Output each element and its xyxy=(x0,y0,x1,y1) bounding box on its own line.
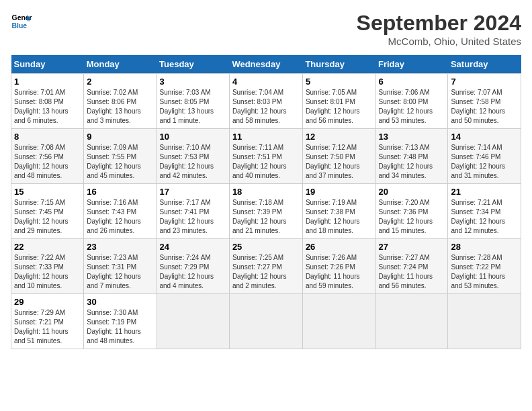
location: McComb, Ohio, United States xyxy=(357,36,521,47)
day-number: 7 xyxy=(451,77,518,87)
calendar-cell: 16Sunrise: 7:16 AM Sunset: 7:43 PM Dayli… xyxy=(84,184,157,239)
page-header: General Blue September 2024 McComb, Ohio… xyxy=(11,11,521,47)
calendar-cell xyxy=(302,294,375,349)
day-number: 29 xyxy=(14,297,81,307)
day-number: 14 xyxy=(451,132,518,142)
weekday-header-thursday: Thursday xyxy=(302,55,375,74)
day-info: Sunrise: 7:24 AM Sunset: 7:29 PM Dayligh… xyxy=(160,253,226,291)
day-info: Sunrise: 7:27 AM Sunset: 7:24 PM Dayligh… xyxy=(378,253,445,291)
month-title: September 2024 xyxy=(357,11,521,36)
day-number: 26 xyxy=(306,242,373,252)
day-info: Sunrise: 7:10 AM Sunset: 7:53 PM Dayligh… xyxy=(160,143,226,181)
day-info: Sunrise: 7:03 AM Sunset: 8:05 PM Dayligh… xyxy=(160,88,226,126)
day-number: 20 xyxy=(378,187,445,197)
calendar-cell: 13Sunrise: 7:13 AM Sunset: 7:48 PM Dayli… xyxy=(375,129,448,184)
calendar-cell: 10Sunrise: 7:10 AM Sunset: 7:53 PM Dayli… xyxy=(157,129,229,184)
logo: General Blue xyxy=(11,11,32,32)
day-info: Sunrise: 7:08 AM Sunset: 7:56 PM Dayligh… xyxy=(14,143,81,181)
calendar-cell: 2Sunrise: 7:02 AM Sunset: 8:06 PM Daylig… xyxy=(84,74,157,129)
weekday-header-sunday: Sunday xyxy=(11,55,84,74)
weekday-header-wednesday: Wednesday xyxy=(229,55,302,74)
day-info: Sunrise: 7:30 AM Sunset: 7:19 PM Dayligh… xyxy=(87,308,153,346)
calendar-cell: 23Sunrise: 7:23 AM Sunset: 7:31 PM Dayli… xyxy=(84,239,157,294)
calendar-cell: 7Sunrise: 7:07 AM Sunset: 7:58 PM Daylig… xyxy=(448,74,521,129)
calendar-cell: 8Sunrise: 7:08 AM Sunset: 7:56 PM Daylig… xyxy=(11,129,84,184)
day-info: Sunrise: 7:01 AM Sunset: 8:08 PM Dayligh… xyxy=(14,88,81,126)
logo-icon: General Blue xyxy=(11,11,32,32)
day-info: Sunrise: 7:16 AM Sunset: 7:43 PM Dayligh… xyxy=(87,198,153,236)
day-info: Sunrise: 7:21 AM Sunset: 7:34 PM Dayligh… xyxy=(451,198,518,236)
calendar-cell xyxy=(375,294,448,349)
svg-text:Blue: Blue xyxy=(12,22,28,30)
day-number: 27 xyxy=(378,242,445,252)
day-number: 9 xyxy=(87,132,153,142)
day-number: 8 xyxy=(14,132,81,142)
day-info: Sunrise: 7:05 AM Sunset: 8:01 PM Dayligh… xyxy=(306,88,373,126)
day-number: 4 xyxy=(232,77,300,87)
day-info: Sunrise: 7:25 AM Sunset: 7:27 PM Dayligh… xyxy=(232,253,300,291)
calendar-cell: 6Sunrise: 7:06 AM Sunset: 8:00 PM Daylig… xyxy=(375,74,448,129)
calendar-cell: 1Sunrise: 7:01 AM Sunset: 8:08 PM Daylig… xyxy=(11,74,84,129)
calendar-cell: 4Sunrise: 7:04 AM Sunset: 8:03 PM Daylig… xyxy=(229,74,302,129)
day-number: 16 xyxy=(87,187,153,197)
calendar-cell: 17Sunrise: 7:17 AM Sunset: 7:41 PM Dayli… xyxy=(157,184,229,239)
calendar-cell: 20Sunrise: 7:20 AM Sunset: 7:36 PM Dayli… xyxy=(375,184,448,239)
day-info: Sunrise: 7:19 AM Sunset: 7:38 PM Dayligh… xyxy=(306,198,373,236)
calendar-cell: 24Sunrise: 7:24 AM Sunset: 7:29 PM Dayli… xyxy=(157,239,229,294)
day-number: 15 xyxy=(14,187,81,197)
day-info: Sunrise: 7:29 AM Sunset: 7:21 PM Dayligh… xyxy=(14,308,81,346)
day-number: 28 xyxy=(451,242,518,252)
title-block: September 2024 McComb, Ohio, United Stat… xyxy=(357,11,521,47)
calendar-cell: 11Sunrise: 7:11 AM Sunset: 7:51 PM Dayli… xyxy=(229,129,302,184)
day-number: 6 xyxy=(378,77,445,87)
calendar-cell: 27Sunrise: 7:27 AM Sunset: 7:24 PM Dayli… xyxy=(375,239,448,294)
day-number: 18 xyxy=(232,187,300,197)
calendar-cell: 30Sunrise: 7:30 AM Sunset: 7:19 PM Dayli… xyxy=(84,294,157,349)
calendar-cell xyxy=(229,294,302,349)
calendar-cell: 9Sunrise: 7:09 AM Sunset: 7:55 PM Daylig… xyxy=(84,129,157,184)
calendar-cell: 15Sunrise: 7:15 AM Sunset: 7:45 PM Dayli… xyxy=(11,184,84,239)
day-info: Sunrise: 7:02 AM Sunset: 8:06 PM Dayligh… xyxy=(87,88,153,126)
day-info: Sunrise: 7:12 AM Sunset: 7:50 PM Dayligh… xyxy=(306,143,373,181)
day-info: Sunrise: 7:14 AM Sunset: 7:46 PM Dayligh… xyxy=(451,143,518,181)
day-number: 25 xyxy=(232,242,300,252)
day-number: 13 xyxy=(378,132,445,142)
weekday-header-friday: Friday xyxy=(375,55,448,74)
day-info: Sunrise: 7:15 AM Sunset: 7:45 PM Dayligh… xyxy=(14,198,81,236)
day-info: Sunrise: 7:07 AM Sunset: 7:58 PM Dayligh… xyxy=(451,88,518,126)
calendar-cell xyxy=(448,294,521,349)
day-info: Sunrise: 7:20 AM Sunset: 7:36 PM Dayligh… xyxy=(378,198,445,236)
calendar-cell: 14Sunrise: 7:14 AM Sunset: 7:46 PM Dayli… xyxy=(448,129,521,184)
day-number: 17 xyxy=(160,187,226,197)
day-number: 30 xyxy=(87,297,153,307)
day-info: Sunrise: 7:11 AM Sunset: 7:51 PM Dayligh… xyxy=(232,143,300,181)
day-info: Sunrise: 7:04 AM Sunset: 8:03 PM Dayligh… xyxy=(232,88,300,126)
calendar-cell: 26Sunrise: 7:26 AM Sunset: 7:26 PM Dayli… xyxy=(302,239,375,294)
day-info: Sunrise: 7:09 AM Sunset: 7:55 PM Dayligh… xyxy=(87,143,153,181)
day-info: Sunrise: 7:06 AM Sunset: 8:00 PM Dayligh… xyxy=(378,88,445,126)
day-number: 3 xyxy=(160,77,226,87)
day-number: 21 xyxy=(451,187,518,197)
day-number: 11 xyxy=(232,132,300,142)
day-number: 10 xyxy=(160,132,226,142)
day-info: Sunrise: 7:18 AM Sunset: 7:39 PM Dayligh… xyxy=(232,198,300,236)
day-info: Sunrise: 7:22 AM Sunset: 7:33 PM Dayligh… xyxy=(14,253,81,291)
calendar-cell xyxy=(157,294,229,349)
day-number: 2 xyxy=(87,77,153,87)
calendar-cell: 12Sunrise: 7:12 AM Sunset: 7:50 PM Dayli… xyxy=(302,129,375,184)
day-number: 12 xyxy=(306,132,373,142)
day-info: Sunrise: 7:17 AM Sunset: 7:41 PM Dayligh… xyxy=(160,198,226,236)
calendar-cell: 19Sunrise: 7:19 AM Sunset: 7:38 PM Dayli… xyxy=(302,184,375,239)
day-info: Sunrise: 7:13 AM Sunset: 7:48 PM Dayligh… xyxy=(378,143,445,181)
day-number: 19 xyxy=(306,187,373,197)
day-info: Sunrise: 7:28 AM Sunset: 7:22 PM Dayligh… xyxy=(451,253,518,291)
day-number: 5 xyxy=(306,77,373,87)
weekday-header-tuesday: Tuesday xyxy=(157,55,229,74)
weekday-header-saturday: Saturday xyxy=(448,55,521,74)
calendar-cell: 21Sunrise: 7:21 AM Sunset: 7:34 PM Dayli… xyxy=(448,184,521,239)
calendar-cell: 5Sunrise: 7:05 AM Sunset: 8:01 PM Daylig… xyxy=(302,74,375,129)
calendar-cell: 28Sunrise: 7:28 AM Sunset: 7:22 PM Dayli… xyxy=(448,239,521,294)
calendar-cell: 29Sunrise: 7:29 AM Sunset: 7:21 PM Dayli… xyxy=(11,294,84,349)
day-number: 22 xyxy=(14,242,81,252)
day-number: 1 xyxy=(14,77,81,87)
